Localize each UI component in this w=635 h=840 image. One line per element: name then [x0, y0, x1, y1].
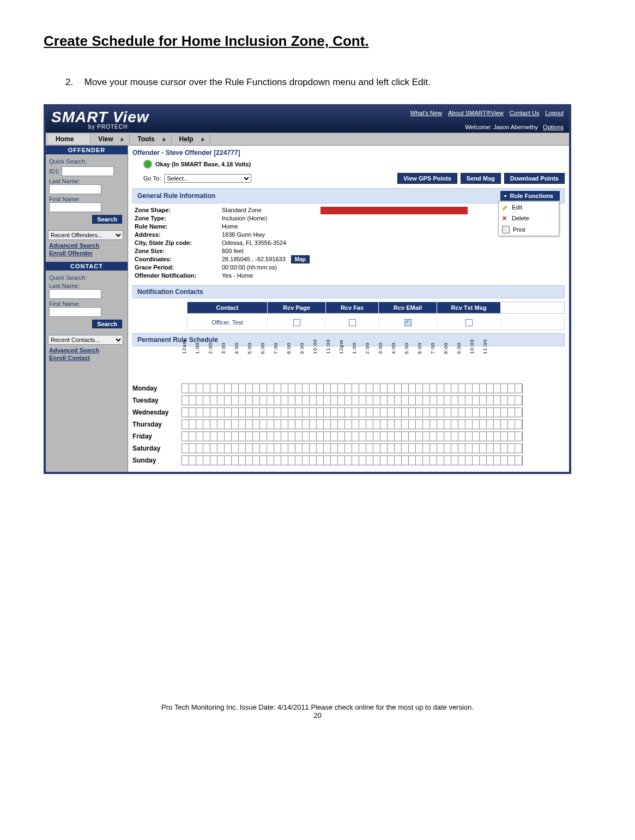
- field-key: Rule Name:: [135, 223, 222, 230]
- logo-main: SMART View: [51, 109, 149, 125]
- goto-select[interactable]: Select...: [164, 174, 251, 183]
- firstname-input[interactable]: [49, 202, 101, 212]
- view-gps-button[interactable]: View GPS Points: [397, 173, 457, 184]
- link-logout[interactable]: Logout: [545, 110, 564, 116]
- lastname-input[interactable]: [49, 184, 101, 194]
- field-key: Zone Size:: [135, 248, 222, 254]
- hour-label: 6:00: [417, 347, 422, 354]
- schedule-strip[interactable]: [182, 443, 523, 453]
- field-value: 28.185045 , -82.591633Map: [222, 256, 310, 262]
- day-label: Tuesday: [132, 397, 182, 404]
- contacts-header-row: Contact Rcv Page Rcv Fax Rcv EMail Rcv T…: [187, 302, 565, 314]
- chk-txt[interactable]: [465, 319, 473, 326]
- hour-label: 5:00: [247, 347, 252, 354]
- field-key: Zone Shape:: [135, 207, 222, 213]
- link-options[interactable]: Options: [543, 124, 564, 130]
- menu-home[interactable]: Home: [48, 134, 90, 144]
- chevron-right-icon: [121, 137, 124, 142]
- contact-name-link[interactable]: Officer, Test: [188, 317, 268, 329]
- hour-label: 12am: [182, 347, 187, 354]
- col-rcv-page: Rcv Page: [268, 302, 326, 313]
- status-text: Okay (In SMART Base, 4.18 Volts): [155, 161, 251, 167]
- contact-quick-search: Quick Search: Last Name: First Name: Sea…: [46, 271, 128, 333]
- hour-label: 9:00: [456, 347, 462, 354]
- advanced-search-link[interactable]: Advanced Search: [49, 242, 124, 249]
- menu-view[interactable]: View: [90, 134, 130, 144]
- schedule-strip[interactable]: [182, 419, 523, 429]
- schedule-strip[interactable]: [182, 407, 523, 417]
- c-firstname-input[interactable]: [49, 307, 101, 317]
- footer-line: Pro Tech Monitoring Inc. Issue Date: 4/1…: [44, 703, 591, 711]
- sidebar: OFFENDER Quick Search: ID1: Last Name: F…: [46, 146, 128, 472]
- enroll-contact-link[interactable]: Enroll Contact: [49, 355, 124, 361]
- hour-label: 10:00: [469, 347, 475, 354]
- chk-fax[interactable]: [349, 319, 356, 326]
- c-lastname-input[interactable]: [49, 289, 101, 299]
- rule-edit-item[interactable]: Edit: [499, 202, 559, 213]
- menu-tools[interactable]: Tools: [130, 134, 171, 144]
- hour-label: 11:00: [325, 347, 331, 354]
- id1-input[interactable]: [62, 166, 114, 176]
- id1-label: ID1:: [49, 168, 60, 175]
- menu-help[interactable]: Help: [172, 134, 210, 144]
- link-about[interactable]: About SMART®View: [448, 110, 504, 116]
- rule-functions-menu: Edit ✕Delete Print: [498, 201, 559, 236]
- field-value: Standard Zone: [222, 207, 310, 213]
- schedule-strip[interactable]: [182, 455, 523, 465]
- pencil-icon: [502, 204, 509, 211]
- contact-search-button[interactable]: Search: [92, 320, 122, 328]
- hour-label: 12pm: [338, 347, 344, 354]
- printer-icon: [502, 226, 510, 233]
- offender-search-button[interactable]: Search: [92, 215, 122, 224]
- schedule-strip[interactable]: [182, 395, 523, 405]
- hours-row: 12am1:002:003:004:005:006:007:008:009:00…: [182, 350, 565, 382]
- c-first-label: First Name:: [49, 301, 80, 307]
- notification-header: Notification Contacts: [132, 285, 565, 298]
- link-contact[interactable]: Contact Us: [510, 110, 539, 116]
- day-row: Wednesday: [132, 406, 565, 418]
- field-value: Odessa, FL 33556-3524: [222, 239, 310, 246]
- recent-contacts-select[interactable]: Recent Contacts...: [48, 335, 123, 345]
- col-rcv-fax: Rcv Fax: [326, 302, 379, 313]
- hour-label: 3:00: [221, 347, 226, 354]
- app-header: SMART View by PROTECH What's New About S…: [46, 106, 569, 133]
- last-name-label: Last Name:: [49, 178, 80, 184]
- main-menu: Home View Tools Help: [46, 133, 569, 146]
- rule-functions-dropdown[interactable]: Rule Functions: [500, 191, 560, 201]
- day-label: Saturday: [132, 445, 182, 452]
- day-label: Friday: [132, 433, 182, 440]
- download-points-button[interactable]: Download Points: [504, 173, 565, 184]
- day-row: Tuesday: [132, 394, 565, 406]
- field-value: Inclusion (Home): [222, 215, 310, 221]
- field-key: Address:: [135, 231, 222, 238]
- col-rcv-txt: Rcv Txt Msg: [437, 302, 501, 313]
- rule-delete-item[interactable]: ✕Delete: [499, 213, 559, 224]
- enroll-offender-link[interactable]: Enroll Offender: [49, 250, 124, 256]
- day-row: Monday: [132, 382, 565, 394]
- step-text: Move your mouse cursor over the Rule Fun…: [84, 77, 431, 87]
- chk-email[interactable]: [404, 319, 412, 326]
- hour-label: 10:00: [312, 347, 318, 354]
- schedule-strip[interactable]: [182, 431, 523, 441]
- recent-offenders-select[interactable]: Recent Offenders...: [48, 230, 123, 240]
- field-key: Offender Notification:: [135, 272, 222, 279]
- field-value: Home: [222, 223, 310, 230]
- content-area: Offender - Steve Offender [224777] Okay …: [128, 146, 569, 472]
- hour-label: 7:00: [430, 347, 436, 354]
- c-last-label: Last Name:: [49, 283, 80, 289]
- rule-print-item[interactable]: Print: [499, 224, 559, 236]
- field-key: Grace Period:: [135, 264, 222, 271]
- welcome-text: Welcome: Jason Abernethy Options: [465, 124, 564, 130]
- chk-page[interactable]: [293, 319, 300, 326]
- offender-quick-search: Quick Search: ID1: Last Name: First Name…: [46, 154, 128, 228]
- contact-adv-search-link[interactable]: Advanced Search: [49, 347, 124, 353]
- chevron-right-icon: [163, 137, 166, 142]
- map-button[interactable]: Map: [291, 255, 310, 263]
- schedule-strip[interactable]: [182, 383, 523, 393]
- top-links: What's New About SMART®View Contact Us L…: [406, 110, 564, 116]
- link-whats-new[interactable]: What's New: [410, 110, 442, 116]
- send-msg-button[interactable]: Send Msg: [461, 173, 501, 184]
- field-key: Coordinates:: [135, 256, 222, 262]
- hour-label: 2:00: [365, 347, 370, 354]
- schedule-title: Permanent Rule Schedule: [137, 336, 218, 344]
